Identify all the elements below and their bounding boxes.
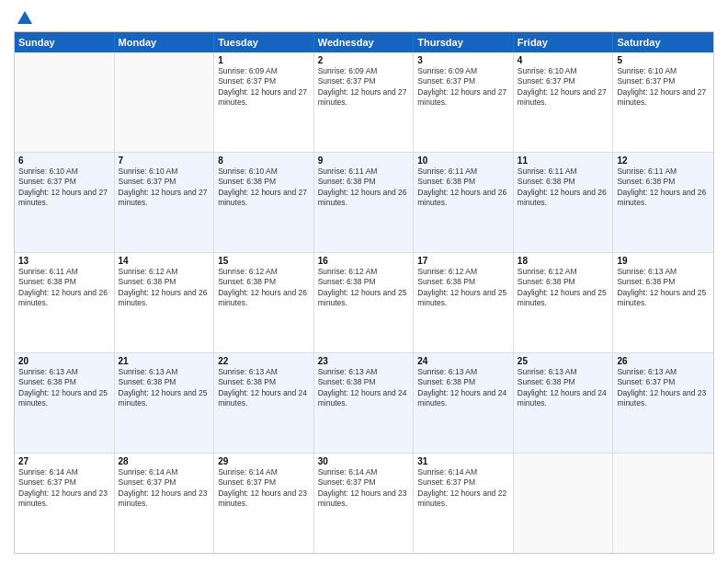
calendar-cell: 1Sunrise: 6:09 AM Sunset: 6:37 PM Daylig… [214,52,314,152]
day-number: 14 [119,256,210,266]
day-info: Sunrise: 6:10 AM Sunset: 6:38 PM Dayligh… [218,167,310,209]
svg-marker-0 [17,11,32,24]
calendar-cell: 24Sunrise: 6:13 AM Sunset: 6:38 PM Dayli… [414,353,514,453]
day-number: 3 [417,55,509,65]
weekday-header-sunday: Sunday [15,32,115,52]
calendar-cell: 29Sunrise: 6:14 AM Sunset: 6:37 PM Dayli… [214,454,314,553]
day-number: 21 [119,356,210,366]
calendar-body: 1Sunrise: 6:09 AM Sunset: 6:37 PM Daylig… [15,52,713,553]
calendar-cell: 17Sunrise: 6:12 AM Sunset: 6:38 PM Dayli… [414,253,514,352]
day-info: Sunrise: 6:10 AM Sunset: 6:37 PM Dayligh… [119,167,210,209]
calendar-cell: 8Sunrise: 6:10 AM Sunset: 6:38 PM Daylig… [214,153,314,252]
day-info: Sunrise: 6:14 AM Sunset: 6:37 PM Dayligh… [218,467,310,510]
calendar-cell [15,52,115,152]
day-number: 13 [18,256,110,266]
calendar-row-2: 13Sunrise: 6:11 AM Sunset: 6:38 PM Dayli… [15,252,713,352]
calendar-cell: 16Sunrise: 6:12 AM Sunset: 6:38 PM Dayli… [314,253,415,352]
day-info: Sunrise: 6:12 AM Sunset: 6:38 PM Dayligh… [518,267,609,309]
day-number: 24 [417,356,509,366]
calendar-cell: 2Sunrise: 6:09 AM Sunset: 6:37 PM Daylig… [314,52,415,152]
day-info: Sunrise: 6:11 AM Sunset: 6:38 PM Dayligh… [417,167,509,209]
day-number: 31 [417,456,509,466]
calendar-cell [115,52,215,152]
day-info: Sunrise: 6:13 AM Sunset: 6:38 PM Dayligh… [318,367,410,409]
day-number: 6 [18,155,110,166]
day-info: Sunrise: 6:13 AM Sunset: 6:38 PM Dayligh… [417,367,509,409]
day-info: Sunrise: 6:10 AM Sunset: 6:37 PM Dayligh… [617,66,710,109]
day-number: 1 [218,55,310,65]
day-number: 17 [417,256,509,266]
day-info: Sunrise: 6:13 AM Sunset: 6:38 PM Dayligh… [218,367,310,409]
calendar-cell: 9Sunrise: 6:11 AM Sunset: 6:38 PM Daylig… [314,153,415,252]
calendar-cell: 31Sunrise: 6:14 AM Sunset: 6:37 PM Dayli… [414,454,514,553]
calendar-cell [613,454,713,553]
weekday-header-monday: Monday [115,32,215,52]
day-number: 20 [18,356,110,366]
day-info: Sunrise: 6:13 AM Sunset: 6:38 PM Dayligh… [518,367,609,409]
day-info: Sunrise: 6:13 AM Sunset: 6:37 PM Dayligh… [617,367,710,409]
day-number: 30 [318,456,410,466]
calendar-cell: 6Sunrise: 6:10 AM Sunset: 6:37 PM Daylig… [15,153,115,252]
calendar-row-1: 6Sunrise: 6:10 AM Sunset: 6:37 PM Daylig… [15,152,713,252]
calendar-cell: 27Sunrise: 6:14 AM Sunset: 6:37 PM Dayli… [15,454,115,553]
day-number: 2 [318,55,410,65]
calendar: SundayMondayTuesdayWednesdayThursdayFrid… [14,31,714,554]
day-number: 19 [617,256,710,266]
logo-triangle-icon [16,9,34,28]
day-info: Sunrise: 6:11 AM Sunset: 6:38 PM Dayligh… [617,167,710,209]
day-info: Sunrise: 6:11 AM Sunset: 6:38 PM Dayligh… [18,267,110,309]
calendar-cell: 12Sunrise: 6:11 AM Sunset: 6:38 PM Dayli… [613,153,713,252]
calendar-cell: 28Sunrise: 6:14 AM Sunset: 6:37 PM Dayli… [115,454,215,553]
day-info: Sunrise: 6:13 AM Sunset: 6:38 PM Dayligh… [119,367,210,409]
day-number: 18 [518,256,609,266]
day-number: 4 [518,55,609,65]
calendar-row-0: 1Sunrise: 6:09 AM Sunset: 6:37 PM Daylig… [15,52,713,152]
day-number: 23 [318,356,410,366]
day-info: Sunrise: 6:13 AM Sunset: 6:38 PM Dayligh… [18,367,110,409]
day-info: Sunrise: 6:09 AM Sunset: 6:37 PM Dayligh… [218,66,310,109]
day-info: Sunrise: 6:14 AM Sunset: 6:37 PM Dayligh… [18,467,110,510]
calendar-row-3: 20Sunrise: 6:13 AM Sunset: 6:38 PM Dayli… [15,352,713,453]
day-number: 28 [119,456,210,466]
day-info: Sunrise: 6:14 AM Sunset: 6:37 PM Dayligh… [318,467,410,510]
calendar-cell: 25Sunrise: 6:13 AM Sunset: 6:38 PM Dayli… [514,353,614,453]
day-number: 12 [617,155,710,166]
calendar-cell: 23Sunrise: 6:13 AM Sunset: 6:38 PM Dayli… [314,353,415,453]
calendar-cell: 11Sunrise: 6:11 AM Sunset: 6:38 PM Dayli… [514,153,614,252]
day-info: Sunrise: 6:10 AM Sunset: 6:37 PM Dayligh… [518,66,609,109]
weekday-header-tuesday: Tuesday [214,32,314,52]
calendar-cell: 5Sunrise: 6:10 AM Sunset: 6:37 PM Daylig… [613,52,713,152]
day-number: 9 [318,155,410,166]
day-info: Sunrise: 6:14 AM Sunset: 6:37 PM Dayligh… [119,467,210,510]
calendar-cell: 13Sunrise: 6:11 AM Sunset: 6:38 PM Dayli… [15,253,115,352]
calendar-cell: 18Sunrise: 6:12 AM Sunset: 6:38 PM Dayli… [514,253,614,352]
calendar-cell [514,454,614,553]
day-info: Sunrise: 6:10 AM Sunset: 6:37 PM Dayligh… [18,167,110,209]
calendar-cell: 19Sunrise: 6:13 AM Sunset: 6:38 PM Dayli… [613,253,713,352]
day-number: 11 [518,155,609,166]
day-number: 10 [417,155,509,166]
day-number: 29 [218,456,310,466]
calendar-header: SundayMondayTuesdayWednesdayThursdayFrid… [15,32,713,52]
day-info: Sunrise: 6:11 AM Sunset: 6:38 PM Dayligh… [518,167,609,209]
day-number: 8 [218,155,310,166]
header [14,9,714,24]
day-info: Sunrise: 6:09 AM Sunset: 6:37 PM Dayligh… [417,66,509,109]
weekday-header-thursday: Thursday [414,32,514,52]
day-info: Sunrise: 6:12 AM Sunset: 6:38 PM Dayligh… [119,267,210,309]
weekday-header-saturday: Saturday [613,32,713,52]
day-number: 7 [119,155,210,166]
weekday-header-wednesday: Wednesday [314,32,415,52]
calendar-cell: 22Sunrise: 6:13 AM Sunset: 6:38 PM Dayli… [214,353,314,453]
day-number: 27 [18,456,110,466]
day-info: Sunrise: 6:09 AM Sunset: 6:37 PM Dayligh… [318,66,410,109]
day-number: 16 [318,256,410,266]
calendar-cell: 3Sunrise: 6:09 AM Sunset: 6:37 PM Daylig… [414,52,514,152]
logo [14,9,34,24]
calendar-cell: 15Sunrise: 6:12 AM Sunset: 6:38 PM Dayli… [214,253,314,352]
calendar-cell: 26Sunrise: 6:13 AM Sunset: 6:37 PM Dayli… [613,353,713,453]
calendar-cell: 30Sunrise: 6:14 AM Sunset: 6:37 PM Dayli… [314,454,415,553]
calendar-cell: 21Sunrise: 6:13 AM Sunset: 6:38 PM Dayli… [115,353,215,453]
weekday-header-friday: Friday [514,32,614,52]
day-number: 25 [518,356,609,366]
